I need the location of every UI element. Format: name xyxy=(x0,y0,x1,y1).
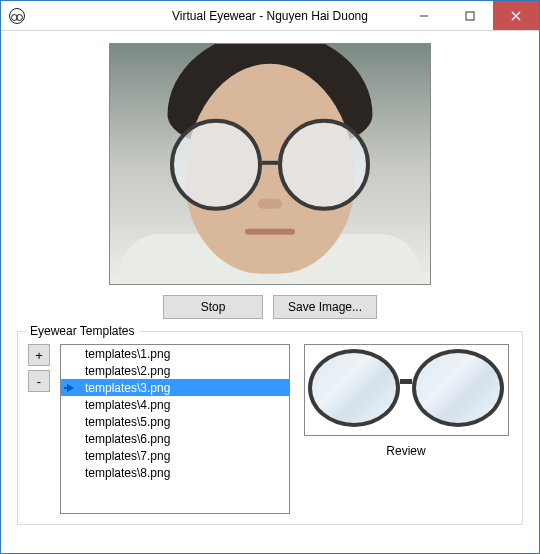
window-controls xyxy=(401,1,539,30)
stop-button[interactable]: Stop xyxy=(163,295,263,319)
remove-template-button[interactable]: - xyxy=(28,370,50,392)
list-item[interactable]: templates\5.png xyxy=(61,413,289,430)
camera-preview xyxy=(109,43,431,285)
list-item[interactable]: templates\4.png xyxy=(61,396,289,413)
save-image-button[interactable]: Save Image... xyxy=(273,295,377,319)
add-template-button[interactable]: + xyxy=(28,344,50,366)
list-item[interactable]: templates\1.png xyxy=(61,345,289,362)
client-area: Stop Save Image... Eyewear Templates + -… xyxy=(1,31,539,541)
list-item[interactable]: templates\7.png xyxy=(61,447,289,464)
app-icon xyxy=(9,8,25,24)
svg-rect-1 xyxy=(466,12,474,20)
minimize-button[interactable] xyxy=(401,1,447,30)
eyewear-templates-group: Eyewear Templates + - templates\1.pngtem… xyxy=(17,331,523,525)
list-item[interactable]: templates\2.png xyxy=(61,362,289,379)
close-button[interactable] xyxy=(493,1,539,30)
template-listbox[interactable]: templates\1.pngtemplates\2.pngtemplates\… xyxy=(60,344,290,514)
preview-label: Review xyxy=(386,444,425,458)
glasses-icon xyxy=(308,349,504,431)
action-buttons: Stop Save Image... xyxy=(17,295,523,319)
group-title: Eyewear Templates xyxy=(26,324,139,338)
list-item[interactable]: templates\8.png xyxy=(61,464,289,481)
template-preview xyxy=(304,344,509,436)
list-item[interactable]: templates\6.png xyxy=(61,430,289,447)
list-item[interactable]: templates\3.png xyxy=(61,379,289,396)
titlebar: Virtual Eyewear - Nguyen Hai Duong xyxy=(1,1,539,31)
maximize-button[interactable] xyxy=(447,1,493,30)
